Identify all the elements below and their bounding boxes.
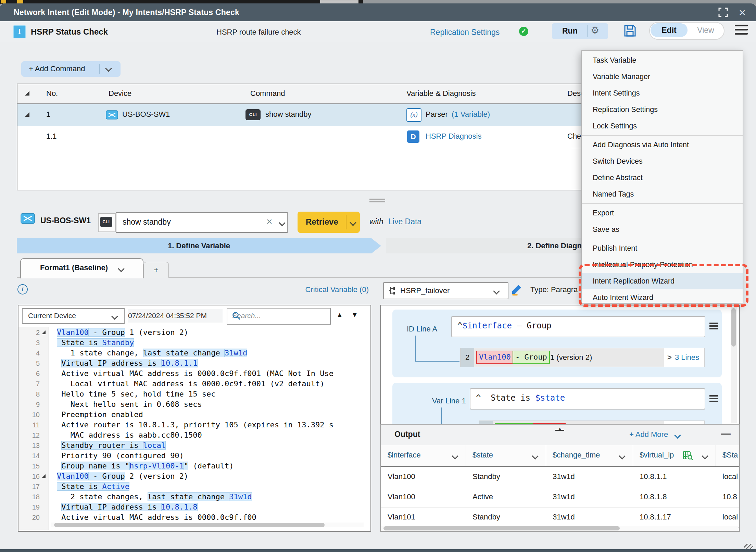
close-icon[interactable]: × — [736, 5, 748, 19]
chevron-down-icon[interactable] — [279, 219, 286, 226]
menu-lines-icon[interactable] — [709, 323, 718, 329]
replication-settings-link[interactable]: Replication Settings — [430, 28, 500, 37]
menu-item-export[interactable]: Export — [582, 205, 743, 221]
line-number: 5 — [18, 358, 40, 368]
clear-icon[interactable]: × — [266, 216, 273, 227]
add-command-button[interactable]: + Add Command — [21, 61, 121, 77]
info-icon[interactable]: i — [17, 284, 28, 294]
line-number: 18 — [18, 492, 40, 502]
run-settings-gear-icon[interactable]: ⚙ — [591, 25, 599, 36]
search-input[interactable]: Search... — [227, 308, 331, 325]
chevron-down-icon[interactable] — [493, 288, 500, 294]
edit-tab[interactable]: Edit — [651, 23, 688, 37]
minimize-icon[interactable]: — — [721, 428, 731, 439]
diagnosis-link[interactable]: HSRP Diagnosis — [426, 132, 481, 141]
horizontal-splitter-handle[interactable] — [369, 199, 385, 202]
chevron-down-icon[interactable] — [702, 453, 708, 460]
chevron-down-icon[interactable] — [619, 453, 626, 460]
output-column-virtual-ip[interactable]: $virtual_ip — [633, 445, 716, 466]
line-number: 13 — [18, 440, 40, 451]
code-line: 3 State is Standby — [18, 338, 369, 348]
collapse-triangle-icon[interactable] — [42, 474, 46, 478]
line-number: 7 — [18, 379, 40, 389]
menu-item-variable-manager[interactable]: Variable Manager — [582, 68, 743, 85]
view-tab[interactable]: View — [690, 23, 721, 37]
parser-label[interactable]: Parser — [426, 110, 448, 119]
step-define-variable[interactable]: 1. Define Variable — [17, 238, 381, 253]
menu-item-intent-settings[interactable]: Intent Settings — [582, 85, 743, 101]
maximize-icon[interactable] — [718, 8, 728, 17]
find-next-icon[interactable]: ▼ — [351, 311, 358, 319]
vertical-scrollbar[interactable] — [731, 307, 737, 423]
output-cell: 31w1d — [553, 492, 575, 501]
chevron-down-icon[interactable] — [350, 219, 356, 226]
matched-variable-value: Vlan100 — [476, 351, 514, 364]
menu-item-switch-devices[interactable]: Switch Devices — [582, 153, 743, 170]
edit-pencil-icon[interactable] — [511, 284, 522, 296]
output-column-interface[interactable]: $interface — [381, 445, 466, 466]
tab-format1-baseline[interactable]: Format1 (Baseline) — [20, 258, 143, 278]
expand-all-triangle-icon[interactable] — [25, 91, 29, 96]
check-circle-icon: ✓ — [519, 27, 528, 36]
output-column-sta[interactable]: $Sta — [716, 445, 738, 466]
table-search-icon[interactable] — [683, 451, 693, 462]
search-icon[interactable] — [232, 312, 241, 321]
horizontal-scrollbar[interactable] — [51, 523, 364, 527]
sample-device-select[interactable]: Current Device — [22, 308, 125, 324]
menu-lines-icon[interactable] — [709, 395, 718, 402]
line-number: 8 — [18, 389, 40, 399]
menu-item-named-tags[interactable]: Named Tags — [582, 186, 743, 202]
add-format-tab[interactable]: + — [143, 262, 169, 278]
line-number: 17 — [18, 481, 40, 492]
id-line-match-row[interactable]: 2 Vlan100 - Group 1 (version 2) > 3 Line… — [460, 348, 705, 367]
run-button[interactable]: Run ⚙ — [552, 23, 608, 39]
critical-variable-link[interactable]: Critical Variable (0) — [300, 285, 369, 294]
chevron-down-icon[interactable] — [674, 432, 681, 439]
chevron-down-icon[interactable] — [532, 453, 539, 460]
live-data-link[interactable]: Live Data — [388, 217, 421, 226]
horizontal-scrollbar[interactable] — [381, 526, 738, 531]
menu-item-add-diagnosis-via-auto-intent[interactable]: Add Diagnosis via Auto Intent — [582, 137, 743, 153]
menu-item-replication-settings[interactable]: Replication Settings — [582, 101, 743, 118]
parser-variable-count[interactable]: (1 Variable) — [452, 110, 490, 119]
output-column-state[interactable]: $state — [466, 445, 546, 466]
save-icon[interactable] — [623, 24, 637, 38]
id-line-card: ID Line A ^$interface – Group 2 Vlan100 … — [392, 310, 722, 377]
hamburger-menu-icon[interactable] — [735, 25, 748, 36]
id-line-pattern-input[interactable]: ^$interface – Group — [451, 316, 705, 337]
code-line: 8 Hello time 5 sec, hold time 15 sec — [18, 389, 369, 399]
chevron-down-icon[interactable] — [452, 453, 458, 460]
parser-type-label: Type: Paragra — [530, 285, 578, 294]
command-input[interactable]: show standby × — [116, 212, 288, 233]
screen: Network Intent (Edit Mode) - My Intents/… — [0, 0, 756, 552]
collapse-panel-icon[interactable]: ▲ — [555, 425, 565, 433]
chevron-down-icon[interactable] — [111, 313, 118, 320]
chevron-down-icon[interactable] — [118, 265, 125, 272]
tab-label: Format1 (Baseline) — [40, 263, 108, 272]
cli-type-button[interactable]: CLI — [98, 213, 116, 232]
menu-item-task-variable[interactable]: Task Variable — [582, 52, 743, 68]
find-previous-icon[interactable]: ▲ — [336, 311, 343, 319]
menu-item-publish-intent[interactable]: Publish Intent — [582, 240, 743, 256]
code-line: 7 Local virtual MAC address is 0000.0c9f… — [18, 379, 369, 389]
menu-item-save-as[interactable]: Save as — [582, 221, 743, 238]
collapse-triangle-icon[interactable] — [42, 330, 46, 334]
cli-badge: CLI — [245, 109, 261, 120]
var-line-pattern-input[interactable]: ^ State is $state — [470, 388, 705, 410]
menu-item-define-abstract[interactable]: Define Abstract — [582, 170, 743, 186]
retrieve-button[interactable]: Retrieve — [298, 212, 360, 233]
with-label: with — [369, 217, 383, 226]
menu-item-lock-settings[interactable]: Lock Settings — [582, 118, 743, 134]
output-column-change-time[interactable]: $change_time — [546, 445, 633, 466]
chevron-down-icon[interactable] — [105, 65, 112, 72]
parser-name-select[interactable]: HSRP_failover — [383, 282, 508, 299]
code-line: 5 Virtual IP address is 10.8.1.1 — [18, 358, 369, 368]
output-table-row[interactable]: Vlan101Standby31w1d10.8.1.17local — [381, 507, 739, 528]
expand-row-triangle-icon[interactable] — [25, 112, 29, 117]
sample-code-area[interactable]: 2Vlan100 - Group 1 (version 2)3 State is… — [18, 327, 369, 530]
output-table-row[interactable]: Vlan100Standby31w1d10.8.1.1local — [381, 467, 739, 487]
expand-lines-link[interactable]: > 3 Lines — [664, 348, 704, 367]
add-more-link[interactable]: + Add More — [629, 430, 668, 439]
code-line: 4 1 state change, last state change 31w1… — [18, 348, 369, 358]
output-table-row[interactable]: Vlan100Active31w1d10.8.1.810.8 — [381, 487, 739, 507]
